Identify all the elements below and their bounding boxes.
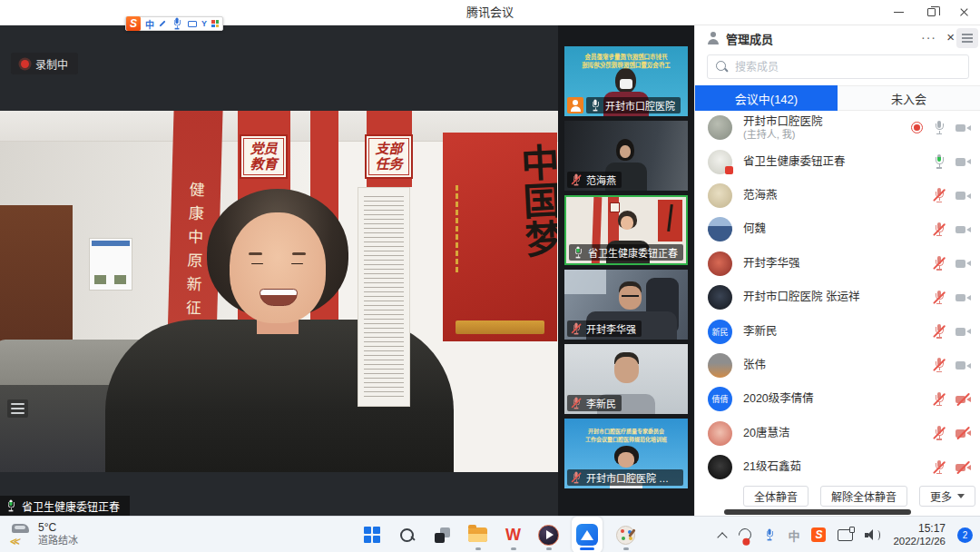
camera-icon[interactable] (956, 325, 971, 338)
tray-mic-icon[interactable] (765, 529, 775, 541)
member-row[interactable]: 倩倩 2020级李倩倩 (695, 382, 980, 416)
camera-icon[interactable] (956, 393, 971, 406)
avatar (708, 150, 732, 174)
member-row[interactable]: 开封李华强 (695, 247, 980, 281)
start-button[interactable] (359, 517, 384, 552)
avatar-badge (725, 166, 733, 174)
camera-icon[interactable] (956, 291, 971, 304)
search-input[interactable] (735, 61, 935, 74)
panel-close-icon[interactable]: × (946, 25, 955, 51)
unmute-all-button[interactable]: 解除全体静音 (820, 486, 907, 507)
member-name: 20唐慧洁 (743, 427, 922, 440)
mic-icon[interactable] (933, 188, 946, 202)
notification-badge[interactable]: 2 (957, 527, 973, 543)
member-row[interactable]: 开封市口腔医院 张运祥 (695, 281, 980, 314)
member-name: 开封李华强 (743, 257, 922, 271)
camera-icon[interactable] (956, 189, 971, 202)
mic-icon[interactable] (933, 256, 946, 271)
thumbnail-kaifeng-stomatology[interactable]: 开封市口腔医疗质量专家委员会工作会议暨口腔医师规范化培训班 开封市口腔医院 (564, 46, 688, 116)
mic-icon[interactable] (933, 154, 946, 169)
skin-icon[interactable]: Y (201, 19, 207, 28)
handwriting-icon[interactable] (159, 20, 165, 26)
restore-button[interactable] (915, 0, 947, 25)
camera-icon[interactable] (956, 461, 971, 474)
tencent-meeting-button[interactable] (572, 517, 603, 552)
mic-icon (5, 500, 15, 512)
tray-date: 2022/12/26 (893, 535, 946, 547)
close-icon (959, 7, 969, 17)
mic-icon[interactable] (933, 460, 946, 475)
horizontal-scrollbar[interactable] (724, 509, 911, 515)
wps-office-button[interactable]: W (501, 517, 525, 552)
mic-icon[interactable] (933, 426, 946, 440)
system-tray: 中 S 15:17 2022/12/26 2 (717, 517, 973, 552)
ime-toolbar[interactable]: S 中 Y (125, 16, 223, 31)
sogou-tray-icon[interactable]: S (811, 527, 826, 542)
camera-icon[interactable] (956, 359, 971, 371)
thumbnail-zhangyunxiang[interactable]: 开封市口腔医疗质量专家委员会工作会议暨口腔医师规范化培训班 开封市口腔医院 张运… (564, 419, 688, 488)
camera-icon[interactable] (956, 427, 971, 439)
taskbar-search-button[interactable] (395, 517, 419, 552)
member-row[interactable]: 开封市口腔医院 (主持人, 我) (695, 111, 980, 144)
panel-menu-button[interactable] (956, 28, 978, 48)
camera-icon[interactable] (956, 155, 971, 168)
avatar (708, 251, 732, 276)
weather-widget[interactable]: ≪ 5°C 道路结冰 (9, 521, 78, 547)
paint-button[interactable] (613, 517, 638, 552)
member-row[interactable]: 省卫生健康委钮正春 (695, 144, 980, 178)
member-row[interactable]: 何魏 (695, 212, 980, 246)
thumbnail-health-commission[interactable]: 省卫生健康委钮正春 (564, 195, 688, 265)
thumbnail-fanhaiyan[interactable]: 范海燕 (564, 121, 688, 191)
close-button[interactable] (947, 0, 980, 25)
tab-not-joined[interactable]: 未入会 (838, 85, 980, 111)
display-cast-icon[interactable] (838, 529, 853, 541)
member-name: 省卫生健康委钮正春 (743, 155, 922, 169)
member-row[interactable]: 张伟 (695, 349, 980, 382)
input-language-icon[interactable]: 中 (788, 527, 799, 544)
sync-recording-icon[interactable] (737, 526, 755, 544)
input-mode-icon[interactable]: 中 (145, 17, 154, 31)
thumbnail-lihuaqiang[interactable]: 开封李华强 (564, 270, 688, 340)
more-options-icon[interactable]: ··· (921, 25, 936, 51)
file-explorer-button[interactable] (466, 517, 490, 552)
sogou-logo-icon[interactable]: S (126, 16, 141, 31)
tab-in-meeting[interactable]: 会议中(142) (695, 85, 838, 111)
avatar (708, 421, 732, 446)
mic-icon[interactable] (933, 324, 946, 339)
media-player-button[interactable] (536, 517, 561, 552)
avatar (708, 183, 732, 208)
mic-icon[interactable] (933, 222, 946, 237)
member-search-box[interactable] (707, 54, 969, 79)
keyboard-icon[interactable] (188, 21, 197, 27)
member-row[interactable]: 新民 李新民 (695, 314, 980, 348)
caption-list-icon[interactable] (7, 399, 28, 418)
mic-icon[interactable] (933, 121, 946, 135)
member-list[interactable]: 开封市口腔医院 (主持人, 我) 省卫生健康委钮正春 范海燕 (695, 111, 980, 485)
mute-all-button[interactable]: 全体静音 (743, 486, 808, 507)
minimize-button[interactable] (882, 0, 915, 25)
voice-input-icon[interactable] (172, 18, 181, 30)
camera-icon[interactable] (956, 223, 971, 236)
mic-icon[interactable] (933, 392, 946, 407)
member-row[interactable]: 21级石鑫茹 (695, 450, 980, 484)
windows-taskbar: ≪ 5°C 道路结冰 W 中 S 15:17 2022/12/26 2 (0, 516, 980, 552)
more-button[interactable]: 更多 (919, 486, 975, 507)
chevron-down-icon (957, 494, 965, 498)
task-view-button[interactable] (430, 517, 455, 552)
thumbnail-lixinmin[interactable]: 李新民 (564, 344, 688, 414)
mic-muted-icon (571, 174, 581, 186)
weather-desc: 道路结冰 (38, 535, 78, 547)
member-row[interactable]: 范海燕 (695, 179, 980, 212)
camera-icon[interactable] (956, 122, 971, 134)
clock[interactable]: 15:17 2022/12/26 (893, 522, 946, 547)
mic-icon[interactable] (933, 291, 946, 305)
tray-expand-icon[interactable] (717, 530, 727, 540)
volume-icon[interactable] (865, 528, 881, 541)
mic-icon[interactable] (933, 358, 946, 372)
video-thumbnail-strip: 开封市口腔医疗质量专家委员会工作会议暨口腔医师规范化培训班 开封市口腔医院 范海… (558, 25, 694, 516)
member-row[interactable]: 20唐慧洁 (695, 417, 980, 450)
camera-icon[interactable] (956, 257, 971, 270)
toolbox-icon[interactable] (211, 20, 219, 27)
member-name: 张伟 (743, 359, 922, 372)
main-video-area[interactable]: 健康中原新征程 党员教育 支部任务 中国梦 录制中 省卫生健康委钮正春 (0, 25, 558, 516)
